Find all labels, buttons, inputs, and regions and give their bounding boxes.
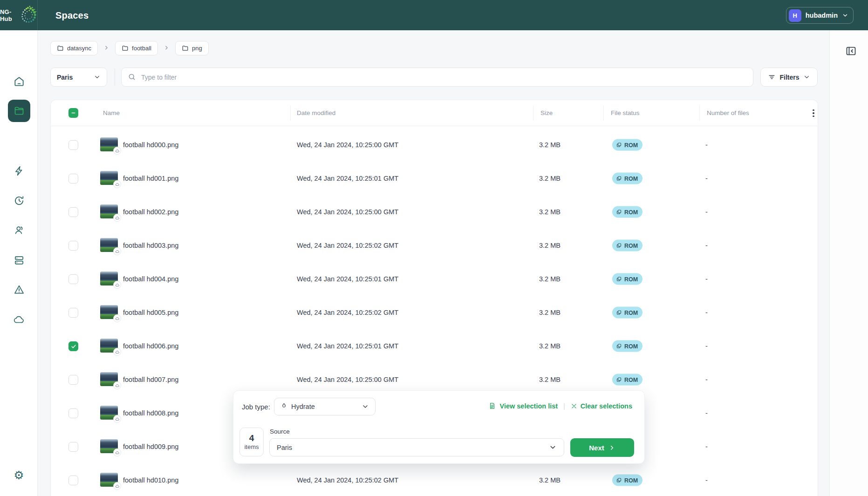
files-count-cell: - bbox=[705, 242, 708, 249]
file-name[interactable]: football hd005.png bbox=[123, 309, 178, 316]
size-cell: 3.2 MB bbox=[539, 476, 560, 484]
copy-icon bbox=[616, 343, 622, 349]
expand-panel-button[interactable] bbox=[845, 45, 857, 59]
sidebar-item-storage[interactable] bbox=[0, 254, 38, 266]
row-checkbox[interactable] bbox=[68, 341, 78, 351]
file-status-label: ROM bbox=[624, 209, 638, 215]
sidebar-item-cloud[interactable] bbox=[0, 313, 38, 326]
table-options-button[interactable] bbox=[808, 107, 818, 120]
row-checkbox[interactable] bbox=[68, 140, 78, 150]
sidebar-item-spaces[interactable] bbox=[8, 100, 30, 122]
copy-icon bbox=[616, 142, 622, 148]
source-dropdown-value: Paris bbox=[57, 74, 73, 81]
sidebar-item-alerts[interactable] bbox=[0, 284, 38, 296]
view-selection-list-link[interactable]: View selection list bbox=[488, 402, 558, 410]
selected-items-counter: 4 items bbox=[239, 428, 264, 456]
row-checkbox[interactable] bbox=[68, 375, 78, 385]
search-icon bbox=[128, 73, 136, 81]
row-checkbox[interactable] bbox=[68, 308, 78, 318]
file-status-label: ROM bbox=[624, 276, 638, 282]
file-name[interactable]: football hd002.png bbox=[123, 208, 178, 216]
file-name[interactable]: football hd006.png bbox=[123, 342, 178, 350]
date-modified-cell: Wed, 24 Jan 2024, 10:25:01 GMT bbox=[297, 342, 398, 350]
folder-icon bbox=[14, 105, 25, 116]
cloud-icon bbox=[115, 350, 120, 354]
file-status-cell: ROM bbox=[612, 475, 642, 486]
sync-status-badge bbox=[113, 448, 121, 456]
app-logo[interactable]: NG-Hub bbox=[0, 0, 38, 30]
job-type-dropdown[interactable]: Hydrate bbox=[274, 398, 376, 415]
page-title: Spaces bbox=[55, 10, 89, 21]
sync-status-badge bbox=[113, 247, 121, 255]
table-row: football hd003.png Wed, 24 Jan 2024, 10:… bbox=[51, 229, 818, 262]
file-status-label: ROM bbox=[624, 343, 638, 349]
row-checkbox[interactable] bbox=[68, 408, 78, 418]
date-modified-cell: Wed, 24 Jan 2024, 10:25:01 GMT bbox=[297, 175, 398, 182]
column-divider bbox=[603, 106, 604, 121]
chevron-down-icon bbox=[362, 403, 369, 410]
column-header-size[interactable]: Size bbox=[540, 109, 553, 116]
breadcrumb-separator bbox=[103, 44, 109, 53]
source-dropdown[interactable]: Paris bbox=[50, 68, 107, 87]
filter-icon bbox=[768, 73, 776, 81]
avatar: H bbox=[789, 9, 801, 22]
sync-status-badge bbox=[113, 381, 121, 389]
files-count-cell: - bbox=[705, 409, 708, 417]
file-thumbnail bbox=[100, 171, 118, 185]
date-modified-cell: Wed, 24 Jan 2024, 10:25:00 GMT bbox=[297, 141, 398, 149]
clear-selections-link[interactable]: Clear selections bbox=[571, 402, 632, 410]
panel-links: View selection list | Clear selections bbox=[488, 402, 632, 410]
row-checkbox[interactable] bbox=[68, 241, 78, 251]
row-checkbox[interactable] bbox=[68, 476, 78, 485]
file-name[interactable]: football hd007.png bbox=[123, 376, 178, 383]
column-header-files[interactable]: Number of files bbox=[707, 109, 749, 116]
file-name[interactable]: football hd008.png bbox=[123, 409, 178, 417]
sidebar-item-history[interactable] bbox=[0, 195, 38, 207]
files-count-cell: - bbox=[705, 342, 708, 350]
column-header-name[interactable]: Name bbox=[103, 109, 120, 116]
row-checkbox[interactable] bbox=[68, 207, 78, 217]
file-name[interactable]: football hd000.png bbox=[123, 141, 178, 149]
next-button[interactable]: Next bbox=[570, 438, 634, 457]
file-name[interactable]: football hd001.png bbox=[123, 175, 178, 182]
breadcrumb-item-datasync[interactable]: datasync bbox=[50, 41, 98, 55]
column-divider bbox=[699, 106, 700, 121]
breadcrumb-item-football[interactable]: football bbox=[115, 41, 158, 55]
items-count-label: items bbox=[244, 443, 259, 450]
sidebar-item-home[interactable] bbox=[0, 75, 38, 88]
file-name[interactable]: football hd003.png bbox=[123, 242, 178, 249]
files-count-cell: - bbox=[705, 208, 708, 216]
file-status-badge: ROM bbox=[612, 475, 642, 486]
files-count-cell: - bbox=[705, 476, 708, 484]
size-cell: 3.2 MB bbox=[539, 242, 560, 249]
file-name[interactable]: football hd004.png bbox=[123, 275, 178, 283]
sidebar-item-settings[interactable]: ⚙ bbox=[0, 469, 38, 481]
column-header-date[interactable]: Date modified bbox=[297, 109, 335, 116]
sidebar-item-users[interactable] bbox=[0, 224, 38, 236]
cloud-icon bbox=[115, 383, 120, 388]
chevron-down-icon bbox=[803, 74, 810, 81]
file-name[interactable]: football hd009.png bbox=[123, 443, 178, 450]
cloud-icon bbox=[115, 283, 120, 287]
row-checkbox[interactable] bbox=[68, 174, 78, 183]
user-menu[interactable]: H hubadmin bbox=[786, 7, 854, 24]
sidebar-nav: ⚙ bbox=[0, 30, 38, 496]
breadcrumb-item-png[interactable]: png bbox=[175, 41, 209, 55]
row-checkbox[interactable] bbox=[68, 274, 78, 284]
cloud-icon bbox=[115, 450, 120, 455]
source-select[interactable]: Paris bbox=[269, 438, 564, 456]
copy-icon bbox=[616, 276, 622, 282]
sidebar-item-jobs[interactable] bbox=[0, 165, 38, 177]
breadcrumb: datasync football png bbox=[50, 41, 209, 55]
file-name[interactable]: football hd010.png bbox=[123, 476, 178, 484]
date-modified-cell: Wed, 24 Jan 2024, 10:25:02 GMT bbox=[297, 476, 398, 484]
table-row: football hd000.png Wed, 24 Jan 2024, 10:… bbox=[51, 128, 818, 162]
copy-icon bbox=[616, 243, 622, 249]
select-all-checkbox[interactable] bbox=[68, 108, 78, 118]
column-divider bbox=[533, 106, 533, 121]
search-input[interactable] bbox=[121, 68, 753, 87]
filters-button[interactable]: Filters bbox=[760, 68, 818, 87]
home-icon bbox=[13, 75, 25, 88]
row-checkbox[interactable] bbox=[68, 442, 78, 452]
column-header-status[interactable]: File status bbox=[611, 109, 640, 116]
